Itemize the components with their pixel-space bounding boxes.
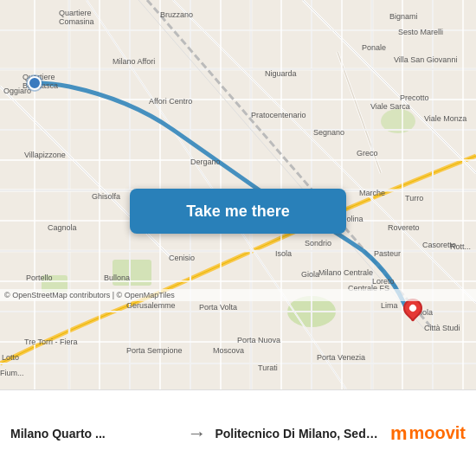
moovit-icon: m [390, 422, 408, 445]
info-bar: Milano Quarto ... → Politecnico Di Milan… [0, 389, 476, 476]
arrow-icon: → [187, 422, 206, 445]
moovit-logo: m moovit [390, 422, 466, 445]
branding-section: m moovit [383, 422, 466, 445]
origin-station-name: Milano Quarto ... [10, 427, 178, 441]
map-attribution: © OpenStreetMap contributors | © OpenMap… [0, 289, 476, 301]
origin-info: Milano Quarto ... [10, 427, 178, 441]
destination-info: Politecnico Di Milano, Sede Mila... [215, 427, 383, 441]
destination-station-name: Politecnico Di Milano, Sede Mila... [215, 427, 383, 441]
take-me-there-button[interactable]: Take me there [130, 189, 346, 234]
moovit-name: moovit [408, 423, 466, 443]
destination-marker [403, 299, 422, 323]
origin-marker [28, 76, 42, 90]
map-container: QuartiereComasina Bruzzano Bignami Sesto… [0, 0, 476, 389]
